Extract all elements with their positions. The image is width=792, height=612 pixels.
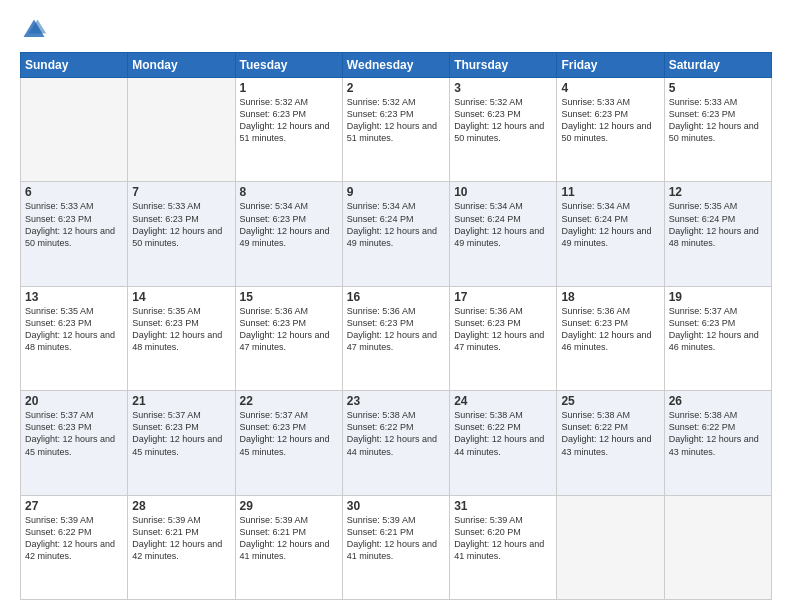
day-number: 8: [240, 185, 338, 199]
day-info: Sunrise: 5:37 AM Sunset: 6:23 PM Dayligh…: [25, 409, 123, 458]
day-number: 31: [454, 499, 552, 513]
calendar-cell: 9Sunrise: 5:34 AM Sunset: 6:24 PM Daylig…: [342, 182, 449, 286]
calendar-cell: 7Sunrise: 5:33 AM Sunset: 6:23 PM Daylig…: [128, 182, 235, 286]
day-number: 19: [669, 290, 767, 304]
day-info: Sunrise: 5:37 AM Sunset: 6:23 PM Dayligh…: [669, 305, 767, 354]
day-number: 4: [561, 81, 659, 95]
day-info: Sunrise: 5:35 AM Sunset: 6:23 PM Dayligh…: [25, 305, 123, 354]
week-row-3: 13Sunrise: 5:35 AM Sunset: 6:23 PM Dayli…: [21, 286, 772, 390]
day-info: Sunrise: 5:33 AM Sunset: 6:23 PM Dayligh…: [561, 96, 659, 145]
day-number: 2: [347, 81, 445, 95]
week-row-5: 27Sunrise: 5:39 AM Sunset: 6:22 PM Dayli…: [21, 495, 772, 599]
calendar-cell: 19Sunrise: 5:37 AM Sunset: 6:23 PM Dayli…: [664, 286, 771, 390]
weekday-header-friday: Friday: [557, 53, 664, 78]
calendar-cell: 28Sunrise: 5:39 AM Sunset: 6:21 PM Dayli…: [128, 495, 235, 599]
calendar-cell: 8Sunrise: 5:34 AM Sunset: 6:23 PM Daylig…: [235, 182, 342, 286]
day-info: Sunrise: 5:37 AM Sunset: 6:23 PM Dayligh…: [240, 409, 338, 458]
logo: [20, 16, 52, 44]
calendar-cell: 27Sunrise: 5:39 AM Sunset: 6:22 PM Dayli…: [21, 495, 128, 599]
day-number: 29: [240, 499, 338, 513]
day-number: 28: [132, 499, 230, 513]
day-info: Sunrise: 5:36 AM Sunset: 6:23 PM Dayligh…: [240, 305, 338, 354]
day-info: Sunrise: 5:32 AM Sunset: 6:23 PM Dayligh…: [347, 96, 445, 145]
calendar-cell: [128, 78, 235, 182]
day-info: Sunrise: 5:32 AM Sunset: 6:23 PM Dayligh…: [240, 96, 338, 145]
day-info: Sunrise: 5:38 AM Sunset: 6:22 PM Dayligh…: [561, 409, 659, 458]
calendar-cell: 18Sunrise: 5:36 AM Sunset: 6:23 PM Dayli…: [557, 286, 664, 390]
calendar-cell: 5Sunrise: 5:33 AM Sunset: 6:23 PM Daylig…: [664, 78, 771, 182]
day-number: 25: [561, 394, 659, 408]
day-number: 5: [669, 81, 767, 95]
calendar-cell: 31Sunrise: 5:39 AM Sunset: 6:20 PM Dayli…: [450, 495, 557, 599]
day-number: 23: [347, 394, 445, 408]
calendar-cell: 26Sunrise: 5:38 AM Sunset: 6:22 PM Dayli…: [664, 391, 771, 495]
week-row-2: 6Sunrise: 5:33 AM Sunset: 6:23 PM Daylig…: [21, 182, 772, 286]
day-number: 24: [454, 394, 552, 408]
calendar-cell: 11Sunrise: 5:34 AM Sunset: 6:24 PM Dayli…: [557, 182, 664, 286]
day-number: 16: [347, 290, 445, 304]
calendar-cell: [21, 78, 128, 182]
day-info: Sunrise: 5:33 AM Sunset: 6:23 PM Dayligh…: [132, 200, 230, 249]
weekday-header-sunday: Sunday: [21, 53, 128, 78]
day-info: Sunrise: 5:39 AM Sunset: 6:21 PM Dayligh…: [347, 514, 445, 563]
day-number: 22: [240, 394, 338, 408]
day-info: Sunrise: 5:36 AM Sunset: 6:23 PM Dayligh…: [347, 305, 445, 354]
day-number: 11: [561, 185, 659, 199]
day-number: 14: [132, 290, 230, 304]
day-number: 17: [454, 290, 552, 304]
week-row-4: 20Sunrise: 5:37 AM Sunset: 6:23 PM Dayli…: [21, 391, 772, 495]
calendar-cell: [557, 495, 664, 599]
day-info: Sunrise: 5:36 AM Sunset: 6:23 PM Dayligh…: [561, 305, 659, 354]
day-info: Sunrise: 5:39 AM Sunset: 6:22 PM Dayligh…: [25, 514, 123, 563]
day-info: Sunrise: 5:39 AM Sunset: 6:20 PM Dayligh…: [454, 514, 552, 563]
day-info: Sunrise: 5:34 AM Sunset: 6:24 PM Dayligh…: [454, 200, 552, 249]
day-info: Sunrise: 5:38 AM Sunset: 6:22 PM Dayligh…: [454, 409, 552, 458]
day-number: 21: [132, 394, 230, 408]
day-number: 27: [25, 499, 123, 513]
day-number: 10: [454, 185, 552, 199]
calendar-cell: 24Sunrise: 5:38 AM Sunset: 6:22 PM Dayli…: [450, 391, 557, 495]
day-info: Sunrise: 5:34 AM Sunset: 6:24 PM Dayligh…: [347, 200, 445, 249]
day-info: Sunrise: 5:36 AM Sunset: 6:23 PM Dayligh…: [454, 305, 552, 354]
weekday-header-tuesday: Tuesday: [235, 53, 342, 78]
day-info: Sunrise: 5:35 AM Sunset: 6:23 PM Dayligh…: [132, 305, 230, 354]
day-number: 30: [347, 499, 445, 513]
day-number: 12: [669, 185, 767, 199]
calendar-cell: 20Sunrise: 5:37 AM Sunset: 6:23 PM Dayli…: [21, 391, 128, 495]
calendar-cell: 2Sunrise: 5:32 AM Sunset: 6:23 PM Daylig…: [342, 78, 449, 182]
calendar-cell: 22Sunrise: 5:37 AM Sunset: 6:23 PM Dayli…: [235, 391, 342, 495]
day-info: Sunrise: 5:38 AM Sunset: 6:22 PM Dayligh…: [347, 409, 445, 458]
day-info: Sunrise: 5:35 AM Sunset: 6:24 PM Dayligh…: [669, 200, 767, 249]
calendar-table: SundayMondayTuesdayWednesdayThursdayFrid…: [20, 52, 772, 600]
calendar-cell: 29Sunrise: 5:39 AM Sunset: 6:21 PM Dayli…: [235, 495, 342, 599]
calendar-cell: 14Sunrise: 5:35 AM Sunset: 6:23 PM Dayli…: [128, 286, 235, 390]
calendar-cell: 13Sunrise: 5:35 AM Sunset: 6:23 PM Dayli…: [21, 286, 128, 390]
weekday-header-wednesday: Wednesday: [342, 53, 449, 78]
day-number: 9: [347, 185, 445, 199]
day-number: 26: [669, 394, 767, 408]
calendar-cell: 25Sunrise: 5:38 AM Sunset: 6:22 PM Dayli…: [557, 391, 664, 495]
calendar-cell: 16Sunrise: 5:36 AM Sunset: 6:23 PM Dayli…: [342, 286, 449, 390]
day-number: 15: [240, 290, 338, 304]
day-info: Sunrise: 5:37 AM Sunset: 6:23 PM Dayligh…: [132, 409, 230, 458]
day-number: 18: [561, 290, 659, 304]
calendar-cell: [664, 495, 771, 599]
day-info: Sunrise: 5:33 AM Sunset: 6:23 PM Dayligh…: [25, 200, 123, 249]
weekday-header-monday: Monday: [128, 53, 235, 78]
day-info: Sunrise: 5:38 AM Sunset: 6:22 PM Dayligh…: [669, 409, 767, 458]
day-info: Sunrise: 5:34 AM Sunset: 6:23 PM Dayligh…: [240, 200, 338, 249]
day-number: 20: [25, 394, 123, 408]
day-number: 13: [25, 290, 123, 304]
page: SundayMondayTuesdayWednesdayThursdayFrid…: [0, 0, 792, 612]
calendar-cell: 4Sunrise: 5:33 AM Sunset: 6:23 PM Daylig…: [557, 78, 664, 182]
calendar-cell: 30Sunrise: 5:39 AM Sunset: 6:21 PM Dayli…: [342, 495, 449, 599]
calendar-cell: 10Sunrise: 5:34 AM Sunset: 6:24 PM Dayli…: [450, 182, 557, 286]
week-row-1: 1Sunrise: 5:32 AM Sunset: 6:23 PM Daylig…: [21, 78, 772, 182]
weekday-header-row: SundayMondayTuesdayWednesdayThursdayFrid…: [21, 53, 772, 78]
calendar-cell: 23Sunrise: 5:38 AM Sunset: 6:22 PM Dayli…: [342, 391, 449, 495]
day-info: Sunrise: 5:34 AM Sunset: 6:24 PM Dayligh…: [561, 200, 659, 249]
logo-icon: [20, 16, 48, 44]
calendar-cell: 1Sunrise: 5:32 AM Sunset: 6:23 PM Daylig…: [235, 78, 342, 182]
calendar-cell: 6Sunrise: 5:33 AM Sunset: 6:23 PM Daylig…: [21, 182, 128, 286]
calendar-cell: 21Sunrise: 5:37 AM Sunset: 6:23 PM Dayli…: [128, 391, 235, 495]
